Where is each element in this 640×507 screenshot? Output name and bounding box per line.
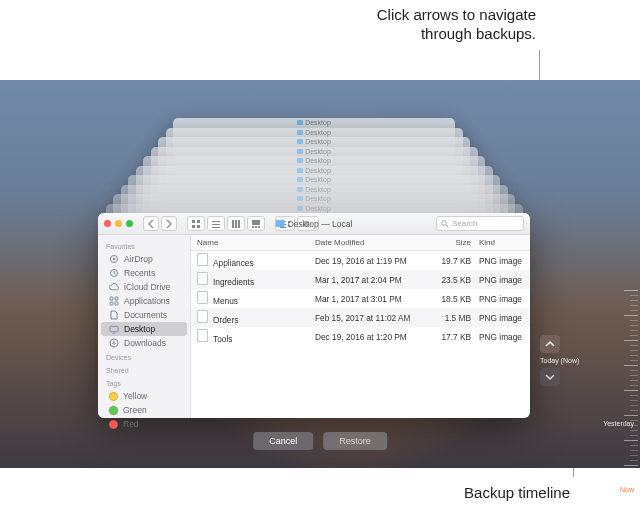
search-input[interactable]: Search bbox=[436, 216, 524, 231]
file-row[interactable]: ToolsDec 19, 2016 at 1:20 PM17.7 KBPNG i… bbox=[191, 327, 530, 346]
tag-label: Green bbox=[123, 405, 147, 415]
timeline-tick bbox=[630, 405, 638, 406]
timeline-tick bbox=[630, 305, 638, 306]
file-kind: PNG image bbox=[479, 313, 524, 323]
timeline-tick bbox=[630, 460, 638, 461]
svg-rect-26 bbox=[110, 302, 113, 305]
sidebar-item-downloads[interactable]: Downloads bbox=[101, 336, 187, 350]
timeline-tick bbox=[624, 465, 638, 466]
sidebar-item-desktop[interactable]: Desktop bbox=[101, 322, 187, 336]
timeline-tick bbox=[624, 340, 638, 341]
timeline-tick bbox=[630, 435, 638, 436]
timeline-tick bbox=[624, 440, 638, 441]
file-date: Dec 19, 2016 at 1:20 PM bbox=[315, 332, 425, 342]
file-name: Appliances bbox=[213, 258, 254, 268]
minimize-button[interactable] bbox=[115, 220, 122, 227]
sidebar-item-label: iCloud Drive bbox=[124, 282, 170, 292]
timeline-tick bbox=[630, 325, 638, 326]
file-row[interactable]: MenusMar 1, 2017 at 3:01 PM18.5 KBPNG im… bbox=[191, 289, 530, 308]
sidebar-item-label: Documents bbox=[124, 310, 167, 320]
file-icon bbox=[197, 310, 208, 323]
file-icon bbox=[197, 272, 208, 285]
download-icon bbox=[109, 338, 119, 348]
svg-rect-11 bbox=[252, 226, 254, 228]
file-icon bbox=[197, 329, 208, 342]
view-icon-button[interactable] bbox=[187, 216, 205, 231]
zoom-button[interactable] bbox=[126, 220, 133, 227]
column-headers: Name Date Modified Size Kind bbox=[191, 235, 530, 251]
file-icon bbox=[197, 291, 208, 304]
sidebar-item-label: Desktop bbox=[124, 324, 155, 334]
file-row[interactable]: IngredientsMar 1, 2017 at 2:04 PM23.5 KB… bbox=[191, 270, 530, 289]
annotation-top: Click arrows to navigate through backups… bbox=[377, 6, 536, 44]
timeline-tick bbox=[630, 310, 638, 311]
file-kind: PNG image bbox=[479, 275, 524, 285]
timeline-tick bbox=[630, 445, 638, 446]
svg-rect-24 bbox=[110, 297, 113, 300]
column-kind[interactable]: Kind bbox=[479, 238, 524, 247]
timeline-tick bbox=[630, 360, 638, 361]
finder-window: Desktop — Local Search Favorites AirDrop… bbox=[98, 213, 530, 418]
timeline-tick bbox=[630, 355, 638, 356]
timeline-label: Now bbox=[620, 486, 634, 493]
file-row[interactable]: AppliancesDec 19, 2016 at 1:19 PM19.7 KB… bbox=[191, 251, 530, 270]
sidebar-item-recents[interactable]: Recents bbox=[101, 266, 187, 280]
view-column-button[interactable] bbox=[227, 216, 245, 231]
file-name: Orders bbox=[213, 315, 238, 325]
file-kind: PNG image bbox=[479, 332, 524, 342]
timeline-tick bbox=[630, 320, 638, 321]
svg-rect-2 bbox=[192, 225, 195, 228]
view-gallery-button[interactable] bbox=[247, 216, 265, 231]
search-icon bbox=[441, 220, 449, 228]
tag-yellow[interactable]: Yellow bbox=[101, 389, 187, 403]
window-controls bbox=[104, 220, 133, 227]
file-date: Mar 1, 2017 at 3:01 PM bbox=[315, 294, 425, 304]
apps-icon bbox=[109, 296, 119, 306]
cancel-button[interactable]: Cancel bbox=[253, 432, 313, 450]
timeline-tick bbox=[624, 315, 638, 316]
window-title: Desktop — Local bbox=[276, 219, 353, 229]
annotation-bottom: Backup timeline bbox=[464, 484, 570, 501]
finder-sidebar: Favorites AirDropRecentsiCloud DriveAppl… bbox=[98, 235, 191, 418]
sidebar-header-shared: Shared bbox=[98, 363, 190, 376]
timeline-tick bbox=[630, 370, 638, 371]
view-list-button[interactable] bbox=[207, 216, 225, 231]
file-size: 19.7 KB bbox=[425, 256, 479, 266]
timeline-tick bbox=[630, 455, 638, 456]
tag-red[interactable]: Red bbox=[101, 417, 187, 431]
folder-icon bbox=[276, 220, 285, 227]
close-button[interactable] bbox=[104, 220, 111, 227]
column-date[interactable]: Date Modified bbox=[315, 238, 425, 247]
sidebar-item-airdrop[interactable]: AirDrop bbox=[101, 252, 187, 266]
nav-backward-button[interactable] bbox=[540, 335, 560, 353]
file-size: 18.5 KB bbox=[425, 294, 479, 304]
restore-button[interactable]: Restore bbox=[323, 432, 387, 450]
sidebar-item-documents[interactable]: Documents bbox=[101, 308, 187, 322]
file-row[interactable]: OrdersFeb 15, 2017 at 11:02 AM1.5 MBPNG … bbox=[191, 308, 530, 327]
timeline-tick bbox=[630, 300, 638, 301]
svg-rect-5 bbox=[212, 224, 220, 225]
tag-green[interactable]: Green bbox=[101, 403, 187, 417]
timeline-tick bbox=[624, 415, 638, 416]
svg-rect-12 bbox=[255, 226, 257, 228]
backup-timeline[interactable]: YesterdayTodayNow bbox=[588, 290, 638, 507]
timeline-tick bbox=[630, 295, 638, 296]
back-button[interactable] bbox=[143, 216, 159, 231]
file-size: 1.5 MB bbox=[425, 313, 479, 323]
timeline-tick bbox=[630, 410, 638, 411]
column-size[interactable]: Size bbox=[425, 238, 479, 247]
tag-dot-icon bbox=[109, 392, 118, 401]
view-mode-group bbox=[187, 216, 265, 231]
sidebar-item-applications[interactable]: Applications bbox=[101, 294, 187, 308]
svg-rect-4 bbox=[212, 221, 220, 222]
doc-icon bbox=[109, 310, 119, 320]
forward-button[interactable] bbox=[161, 216, 177, 231]
column-name[interactable]: Name bbox=[197, 238, 315, 247]
timeline-tick bbox=[630, 330, 638, 331]
nav-forward-button[interactable] bbox=[540, 368, 560, 386]
svg-rect-13 bbox=[258, 226, 260, 228]
file-date: Dec 19, 2016 at 1:19 PM bbox=[315, 256, 425, 266]
svg-rect-1 bbox=[197, 220, 200, 223]
sidebar-item-icloud-drive[interactable]: iCloud Drive bbox=[101, 280, 187, 294]
svg-rect-9 bbox=[238, 220, 240, 228]
